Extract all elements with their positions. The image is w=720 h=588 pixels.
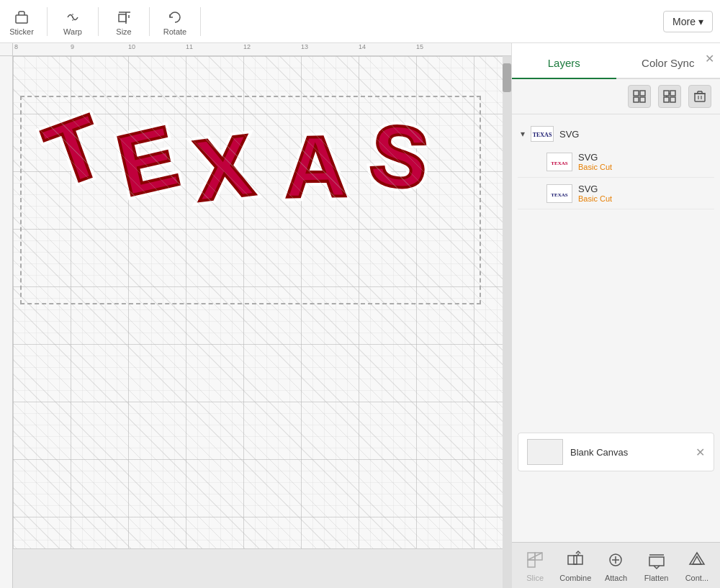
sticker-tool[interactable]: Sticker xyxy=(7,7,36,36)
separator1 xyxy=(47,7,48,36)
warp-icon xyxy=(63,7,83,27)
svg-rect-2 xyxy=(119,14,126,22)
svg-rect-23 xyxy=(670,97,675,102)
svg-text:E: E xyxy=(109,107,186,214)
size-label: Size xyxy=(116,27,131,36)
layer-group-header[interactable]: ▾ TEXAS SVG xyxy=(518,122,714,146)
layer-thumbnail-1: TEXAS xyxy=(546,153,572,171)
rotate-icon xyxy=(165,7,185,27)
flatten-button[interactable]: Flatten xyxy=(639,548,675,582)
layer-item[interactable]: TEXAS SVG Basic Cut xyxy=(518,146,714,178)
layer-info-2: SVG Basic Cut xyxy=(578,184,612,203)
panel-close-button[interactable]: ✕ xyxy=(705,52,714,65)
top-toolbar: Sticker Warp Size xyxy=(0,0,720,43)
svg-rect-22 xyxy=(664,97,669,102)
panel-tabs: Layers Color Sync ✕ xyxy=(512,43,720,79)
svg-rect-20 xyxy=(664,91,669,96)
layer-subtitle-1: Basic Cut xyxy=(578,163,612,171)
svg-rect-41 xyxy=(574,556,582,564)
separator4 xyxy=(200,7,201,36)
layers-tab-label: Layers xyxy=(548,57,580,69)
delete-button[interactable] xyxy=(688,85,711,108)
tab-layers[interactable]: Layers xyxy=(512,48,616,79)
layer-item[interactable]: TEXAS SVG Basic Cut xyxy=(518,178,714,209)
svg-text:TEXAS: TEXAS xyxy=(551,160,567,166)
flatten-label: Flatten xyxy=(644,574,669,582)
canvas-bottom-toolbar xyxy=(13,548,511,588)
slice-label: Slice xyxy=(526,574,544,582)
ungroup-button[interactable] xyxy=(658,85,681,108)
ruler-horizontal: 8 9 10 11 12 13 14 15 xyxy=(0,43,511,56)
svg-rect-0 xyxy=(16,15,27,23)
svg-text:TEXAS: TEXAS xyxy=(551,192,567,198)
blank-canvas-item[interactable]: Blank Canvas ✕ xyxy=(518,433,714,471)
svg-rect-38 xyxy=(528,560,535,567)
group-label: SVG xyxy=(559,129,579,140)
slice-button[interactable]: Slice xyxy=(517,548,553,582)
layer-title-1: SVG xyxy=(578,152,612,163)
contour-button[interactable]: Cont... xyxy=(679,548,715,582)
svg-rect-16 xyxy=(634,91,639,96)
attach-icon xyxy=(604,548,627,571)
contour-label: Cont... xyxy=(685,574,708,582)
panel-bottom-toolbar: Slice Combine xyxy=(512,542,720,588)
sticker-label: Sticker xyxy=(9,27,34,36)
layer-subtitle-2: Basic Cut xyxy=(578,194,612,203)
separator3 xyxy=(149,7,150,36)
right-panel: Layers Color Sync ✕ xyxy=(511,43,720,588)
scrollbar-thumb[interactable] xyxy=(503,63,511,92)
svg-text:A: A xyxy=(284,117,348,214)
separator2 xyxy=(98,7,99,36)
size-tool[interactable]: Size xyxy=(109,7,138,36)
svg-rect-21 xyxy=(670,91,675,96)
blank-canvas-close-icon[interactable]: ✕ xyxy=(696,445,705,459)
ruler-vertical xyxy=(0,56,13,588)
svg-text:T: T xyxy=(33,99,116,204)
combine-button[interactable]: Combine xyxy=(557,548,593,582)
blank-canvas-label: Blank Canvas xyxy=(570,447,628,458)
layer-title-2: SVG xyxy=(578,184,612,194)
combine-label: Combine xyxy=(559,574,591,582)
warp-tool[interactable]: Warp xyxy=(58,7,87,36)
more-button[interactable]: More ▾ xyxy=(663,11,713,32)
warp-label: Warp xyxy=(63,27,82,36)
main-area: 8 9 10 11 12 13 14 15 .tex-outer { fill: xyxy=(0,43,720,588)
rotate-label: Rotate xyxy=(163,27,186,36)
group-chevron-icon: ▾ xyxy=(521,129,525,139)
svg-text:TEXAS: TEXAS xyxy=(533,132,552,138)
panel-toolbar xyxy=(512,79,720,114)
more-chevron-icon: ▾ xyxy=(698,16,703,27)
slice-icon xyxy=(523,548,546,571)
layers-content: ▾ TEXAS SVG TEXAS xyxy=(512,114,720,542)
layer-group: ▾ TEXAS SVG TEXAS xyxy=(512,122,720,209)
attach-label: Attach xyxy=(605,574,627,582)
design-canvas[interactable]: .tex-outer { fill: white; stroke: #888; … xyxy=(13,56,511,588)
size-icon xyxy=(114,7,134,27)
svg-rect-40 xyxy=(568,556,577,564)
svg-rect-17 xyxy=(640,91,645,96)
svg-text:X: X xyxy=(189,116,258,219)
canvas-area: 8 9 10 11 12 13 14 15 .tex-outer { fill: xyxy=(0,43,511,588)
svg-rect-46 xyxy=(649,557,664,566)
attach-button[interactable]: Attach xyxy=(598,548,634,582)
more-label: More xyxy=(672,16,696,27)
flatten-icon xyxy=(645,548,668,571)
blank-canvas-thumbnail xyxy=(527,439,563,465)
svg-rect-19 xyxy=(640,97,645,102)
layer-thumbnail-2: TEXAS xyxy=(546,184,572,203)
contour-icon xyxy=(685,548,708,571)
svg-rect-26 xyxy=(695,94,705,101)
svg-rect-18 xyxy=(634,97,639,102)
rotate-tool[interactable]: Rotate xyxy=(161,7,189,36)
group-thumbnail: TEXAS xyxy=(531,126,554,142)
layer-info-1: SVG Basic Cut xyxy=(578,152,612,171)
color-sync-tab-label: Color Sync xyxy=(642,57,694,69)
group-button[interactable] xyxy=(628,85,651,108)
sticker-icon xyxy=(12,7,32,27)
combine-icon xyxy=(564,548,587,571)
svg-text:S: S xyxy=(365,105,434,208)
scrollbar-vertical[interactable] xyxy=(503,56,511,588)
